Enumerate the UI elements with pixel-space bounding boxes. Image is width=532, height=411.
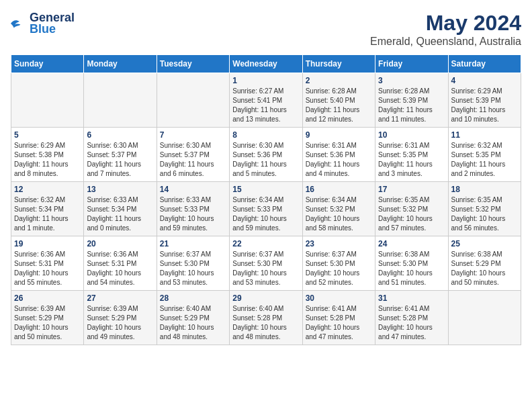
day-info: Sunrise: 6:35 AM Sunset: 5:32 PM Dayligh… (378, 195, 445, 233)
calendar-cell: 10Sunrise: 6:31 AM Sunset: 5:35 PM Dayli… (375, 128, 448, 182)
day-number: 25 (451, 239, 518, 248)
title-area: May 2024 Emerald, Queensland, Australia (370, 11, 521, 48)
week-row-1: 1Sunrise: 6:27 AM Sunset: 5:41 PM Daylig… (11, 73, 521, 128)
calendar-cell: 28Sunrise: 6:40 AM Sunset: 5:29 PM Dayli… (157, 291, 229, 345)
calendar-cell (157, 73, 229, 128)
day-info: Sunrise: 6:27 AM Sunset: 5:41 PM Dayligh… (232, 87, 299, 124)
day-info: Sunrise: 6:33 AM Sunset: 5:33 PM Dayligh… (160, 195, 226, 233)
calendar-cell (84, 73, 157, 128)
day-number: 11 (451, 130, 518, 140)
day-info: Sunrise: 6:34 AM Sunset: 5:32 PM Dayligh… (306, 195, 372, 233)
day-info: Sunrise: 6:32 AM Sunset: 5:34 PM Dayligh… (14, 195, 81, 233)
calendar-cell: 20Sunrise: 6:36 AM Sunset: 5:31 PM Dayli… (84, 236, 157, 291)
day-number: 1 (232, 76, 299, 85)
week-row-2: 5Sunrise: 6:29 AM Sunset: 5:38 PM Daylig… (11, 128, 521, 182)
day-number: 31 (378, 293, 445, 303)
day-info: Sunrise: 6:38 AM Sunset: 5:29 PM Dayligh… (451, 250, 518, 287)
day-info: Sunrise: 6:41 AM Sunset: 5:28 PM Dayligh… (378, 304, 445, 342)
day-info: Sunrise: 6:39 AM Sunset: 5:29 PM Dayligh… (14, 304, 81, 342)
calendar-cell: 3Sunrise: 6:28 AM Sunset: 5:39 PM Daylig… (375, 73, 448, 128)
calendar-cell: 27Sunrise: 6:39 AM Sunset: 5:29 PM Dayli… (84, 291, 157, 345)
day-info: Sunrise: 6:30 AM Sunset: 5:36 PM Dayligh… (232, 141, 299, 179)
day-info: Sunrise: 6:37 AM Sunset: 5:30 PM Dayligh… (232, 250, 299, 287)
calendar-cell: 1Sunrise: 6:27 AM Sunset: 5:41 PM Daylig… (230, 73, 302, 128)
day-number: 6 (87, 130, 153, 140)
calendar-cell: 31Sunrise: 6:41 AM Sunset: 5:28 PM Dayli… (375, 291, 448, 345)
day-number: 13 (87, 185, 153, 194)
day-info: Sunrise: 6:40 AM Sunset: 5:28 PM Dayligh… (232, 304, 299, 342)
day-info: Sunrise: 6:31 AM Sunset: 5:35 PM Dayligh… (378, 141, 445, 179)
day-info: Sunrise: 6:37 AM Sunset: 5:30 PM Dayligh… (306, 250, 372, 287)
day-number: 10 (378, 130, 445, 140)
calendar-cell: 21Sunrise: 6:37 AM Sunset: 5:30 PM Dayli… (157, 236, 229, 291)
day-number: 3 (378, 76, 445, 85)
logo-text-group: GeneralBlue (30, 11, 75, 36)
day-number: 18 (451, 185, 518, 194)
week-row-3: 12Sunrise: 6:32 AM Sunset: 5:34 PM Dayli… (11, 182, 521, 236)
calendar-cell: 5Sunrise: 6:29 AM Sunset: 5:38 PM Daylig… (11, 128, 84, 182)
day-number: 4 (451, 76, 518, 85)
day-number: 8 (232, 130, 299, 140)
day-info: Sunrise: 6:36 AM Sunset: 5:31 PM Dayligh… (14, 250, 81, 287)
page-subtitle: Emerald, Queensland, Australia (370, 36, 521, 48)
day-number: 7 (160, 130, 226, 140)
day-info: Sunrise: 6:29 AM Sunset: 5:39 PM Dayligh… (451, 87, 518, 124)
calendar-cell: 29Sunrise: 6:40 AM Sunset: 5:28 PM Dayli… (230, 291, 302, 345)
calendar-cell: 9Sunrise: 6:31 AM Sunset: 5:36 PM Daylig… (302, 128, 375, 182)
calendar-cell: 15Sunrise: 6:34 AM Sunset: 5:33 PM Dayli… (230, 182, 302, 236)
calendar-cell: 7Sunrise: 6:30 AM Sunset: 5:37 PM Daylig… (157, 128, 229, 182)
day-info: Sunrise: 6:35 AM Sunset: 5:32 PM Dayligh… (451, 195, 518, 233)
day-info: Sunrise: 6:30 AM Sunset: 5:37 PM Dayligh… (87, 141, 153, 179)
calendar-cell: 25Sunrise: 6:38 AM Sunset: 5:29 PM Dayli… (448, 236, 521, 291)
calendar-cell (448, 291, 521, 345)
calendar-cell: 2Sunrise: 6:28 AM Sunset: 5:40 PM Daylig… (302, 73, 375, 128)
calendar-cell: 23Sunrise: 6:37 AM Sunset: 5:30 PM Dayli… (302, 236, 375, 291)
calendar-cell: 14Sunrise: 6:33 AM Sunset: 5:33 PM Dayli… (157, 182, 229, 236)
day-info: Sunrise: 6:29 AM Sunset: 5:38 PM Dayligh… (14, 141, 81, 179)
day-info: Sunrise: 6:31 AM Sunset: 5:36 PM Dayligh… (306, 141, 372, 179)
header-cell-sunday: Sunday (11, 55, 84, 73)
calendar-cell: 4Sunrise: 6:29 AM Sunset: 5:39 PM Daylig… (448, 73, 521, 128)
day-number: 30 (306, 293, 372, 303)
day-info: Sunrise: 6:28 AM Sunset: 5:39 PM Dayligh… (378, 87, 445, 124)
calendar-cell: 16Sunrise: 6:34 AM Sunset: 5:32 PM Dayli… (302, 182, 375, 236)
header-cell-thursday: Thursday (302, 55, 375, 73)
header-cell-monday: Monday (84, 55, 157, 73)
calendar-cell: 19Sunrise: 6:36 AM Sunset: 5:31 PM Dayli… (11, 236, 84, 291)
day-number: 23 (306, 239, 372, 248)
week-row-5: 26Sunrise: 6:39 AM Sunset: 5:29 PM Dayli… (11, 291, 521, 345)
logo: GeneralBlue (11, 11, 75, 36)
header-row: SundayMondayTuesdayWednesdayThursdayFrid… (11, 55, 521, 73)
day-info: Sunrise: 6:40 AM Sunset: 5:29 PM Dayligh… (160, 304, 226, 342)
calendar-table: SundayMondayTuesdayWednesdayThursdayFrid… (11, 54, 521, 345)
day-number: 9 (306, 130, 372, 140)
day-number: 15 (232, 185, 299, 194)
calendar-cell: 22Sunrise: 6:37 AM Sunset: 5:30 PM Dayli… (230, 236, 302, 291)
day-number: 2 (306, 76, 372, 85)
day-info: Sunrise: 6:34 AM Sunset: 5:33 PM Dayligh… (232, 195, 299, 233)
header-cell-saturday: Saturday (448, 55, 521, 73)
day-number: 12 (14, 185, 81, 194)
day-number: 19 (14, 239, 81, 248)
calendar-cell: 24Sunrise: 6:38 AM Sunset: 5:30 PM Dayli… (375, 236, 448, 291)
calendar-cell: 13Sunrise: 6:33 AM Sunset: 5:34 PM Dayli… (84, 182, 157, 236)
header-cell-wednesday: Wednesday (230, 55, 302, 73)
page-title: May 2024 (370, 11, 521, 36)
day-number: 16 (306, 185, 372, 194)
week-row-4: 19Sunrise: 6:36 AM Sunset: 5:31 PM Dayli… (11, 236, 521, 291)
calendar-cell: 26Sunrise: 6:39 AM Sunset: 5:29 PM Dayli… (11, 291, 84, 345)
day-info: Sunrise: 6:38 AM Sunset: 5:30 PM Dayligh… (378, 250, 445, 287)
day-number: 26 (14, 293, 81, 303)
header-cell-friday: Friday (375, 55, 448, 73)
header-cell-tuesday: Tuesday (157, 55, 229, 73)
calendar-cell: 8Sunrise: 6:30 AM Sunset: 5:36 PM Daylig… (230, 128, 302, 182)
calendar-cell: 6Sunrise: 6:30 AM Sunset: 5:37 PM Daylig… (84, 128, 157, 182)
calendar-cell: 11Sunrise: 6:32 AM Sunset: 5:35 PM Dayli… (448, 128, 521, 182)
logo-bird-icon (11, 15, 27, 32)
calendar-cell: 12Sunrise: 6:32 AM Sunset: 5:34 PM Dayli… (11, 182, 84, 236)
day-number: 21 (160, 239, 226, 248)
day-info: Sunrise: 6:28 AM Sunset: 5:40 PM Dayligh… (306, 87, 372, 124)
day-number: 27 (87, 293, 153, 303)
day-number: 5 (14, 130, 81, 140)
day-number: 28 (160, 293, 226, 303)
